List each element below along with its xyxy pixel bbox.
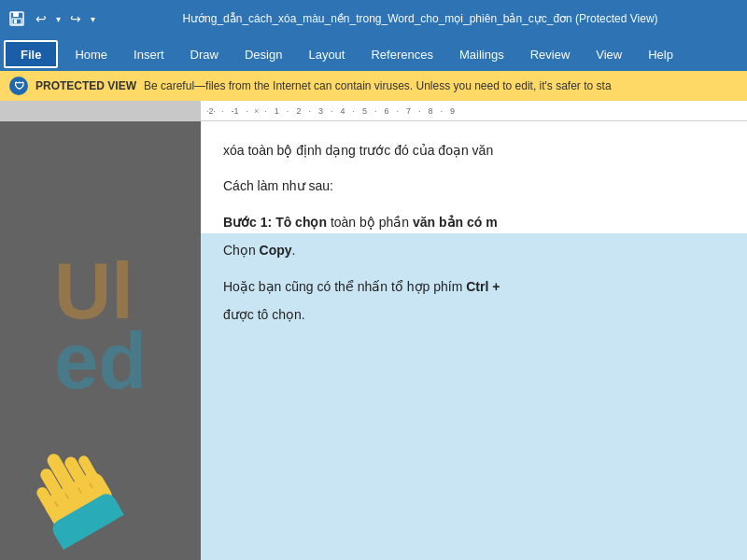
svg-rect-3 — [14, 20, 17, 23]
ruler-left-gray — [0, 101, 201, 120]
protected-label: PROTECTED VIEW — [35, 79, 136, 92]
copy-period: . — [292, 243, 296, 258]
ctrl-line: Hoặc bạn cũng có thể nhấn tổ hợp phím Ct… — [223, 276, 725, 297]
main-area: Ul ed — [0, 121, 747, 560]
step1-text: toàn bộ phần — [327, 215, 413, 230]
ruler-white: ·2· · -1 · × · 1 · 2 · 3 · 4 · 5 · 6 · 7… — [201, 101, 747, 120]
protected-message: Be careful—files from the Internet can c… — [144, 79, 612, 92]
last-line: được tô chọn. — [223, 304, 725, 325]
undo-button[interactable]: ↩ — [32, 9, 50, 28]
left-sidebar: Ul ed — [0, 121, 201, 560]
step1-paragraph: Bước 1: Tô chọn toàn bộ phần văn bản có … — [223, 212, 725, 232]
chon-text: Chọn — [223, 243, 260, 258]
file-button[interactable]: File — [4, 40, 58, 68]
copy-bold: Copy — [260, 243, 292, 258]
protected-view-bar: 🛡 PROTECTED VIEW Be careful—files from t… — [0, 71, 747, 101]
duoc-text: được tô chọn. — [223, 307, 305, 322]
menu-mailings[interactable]: Mailings — [446, 37, 517, 71]
svg-rect-1 — [13, 12, 19, 17]
menu-layout[interactable]: Layout — [295, 37, 358, 71]
menu-review[interactable]: Review — [517, 37, 584, 71]
menu-help[interactable]: Help — [635, 37, 686, 71]
para1-text: xóa toàn bộ định dạng trước đó của đoạn … — [223, 143, 493, 158]
menu-insert[interactable]: Insert — [120, 37, 177, 71]
ruler: ·2· · -1 · × · 1 · 2 · 3 · 4 · 5 · 6 · 7… — [0, 101, 747, 121]
menu-home[interactable]: Home — [62, 37, 120, 71]
step1-label: Bước 1: — [223, 215, 275, 230]
redo-button[interactable]: ↪ — [66, 9, 85, 28]
menu-draw[interactable]: Draw — [177, 37, 232, 71]
quick-access-dropdown[interactable]: ▾ — [91, 14, 95, 24]
hand-cursor-icon — [19, 439, 131, 551]
watermark-line1: Ul — [54, 251, 147, 330]
document-content: xóa toàn bộ định dạng trước đó của đoạn … — [201, 121, 747, 351]
ruler-marks: ·2· · -1 · × · 1 · 2 · 3 · 4 · 5 · 6 · 7… — [201, 106, 462, 116]
menu-bar: File Home Insert Draw Design Layout Refe… — [0, 37, 747, 71]
paragraph-1: xóa toàn bộ định dạng trước đó của đoạn … — [223, 140, 725, 161]
menu-references[interactable]: References — [358, 37, 445, 71]
step1-highlight-label: Tô chọn — [275, 215, 327, 230]
undo-dropdown[interactable]: ▾ — [56, 14, 61, 24]
menu-design[interactable]: Design — [232, 37, 295, 71]
save-icon[interactable] — [7, 9, 26, 28]
paragraph-2: Cách làm như sau: — [223, 175, 725, 196]
watermark-line2: ed — [54, 321, 147, 400]
watermark: Ul ed — [54, 251, 147, 400]
hand-cursor-area — [19, 439, 131, 551]
copy-line: Chọn Copy. — [223, 240, 725, 260]
para2-text: Cách làm như sau: — [223, 178, 333, 193]
title-bar: ↩ ▾ ↪ ▾ Hướng_dẫn_cách_xóa_màu_nền_trong… — [0, 0, 747, 37]
menu-view[interactable]: View — [583, 37, 635, 71]
document-area: xóa toàn bộ định dạng trước đó của đoạn … — [201, 121, 747, 560]
ctrl-bold: Ctrl + — [466, 279, 500, 294]
step1-bold-text: văn bản có m — [413, 215, 498, 230]
hoac-text: Hoặc bạn cũng có thể nhấn tổ hợp phím — [223, 279, 466, 294]
document-title: Hướng_dẫn_cách_xóa_màu_nền_trong_Word_ch… — [101, 12, 740, 25]
shield-icon: 🛡 — [9, 77, 28, 95]
